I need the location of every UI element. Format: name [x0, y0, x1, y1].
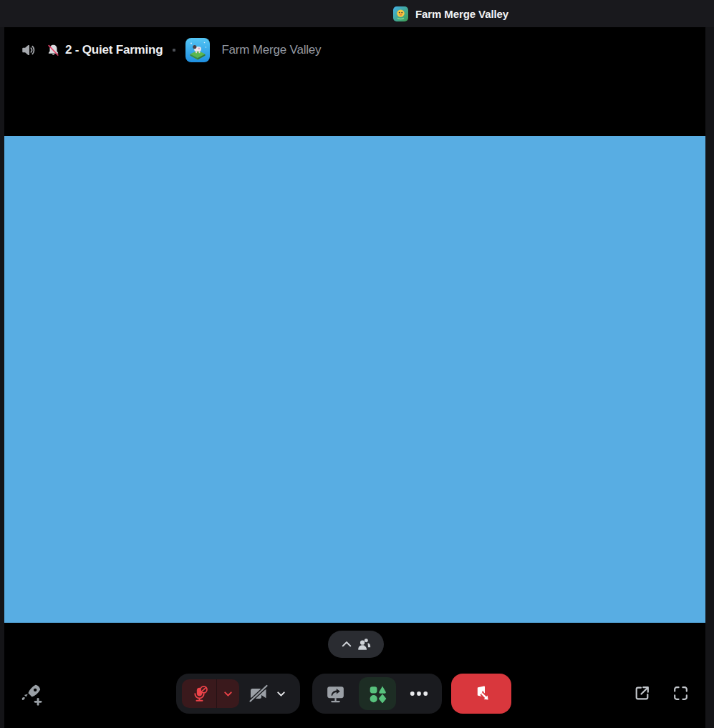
activity-stage: [4, 136, 705, 623]
farm-merge-valley-app-icon: [185, 38, 210, 62]
members-icon: [356, 636, 372, 653]
square-dot-separator: [173, 49, 175, 52]
rocket-plus-icon: [18, 681, 44, 707]
more-options-button[interactable]: [408, 683, 430, 704]
farm-merge-valley-game-icon: [393, 6, 408, 21]
bell-slash-icon: [46, 43, 61, 58]
activity-content-area: 2 - Quiet Farming Farm Merge Valley: [4, 27, 705, 728]
activity-name: Farm Merge Valley: [221, 43, 321, 57]
popout-icon: [632, 684, 652, 703]
discord-activity-window: { "window": { "titlebar": { "icon": "far…: [0, 0, 714, 728]
activities-button[interactable]: [359, 677, 396, 710]
chevron-down-icon: [222, 688, 234, 700]
chevron-down-icon: [275, 688, 287, 700]
speaker-icon: [20, 42, 37, 59]
activities-shapes-icon: [368, 684, 387, 704]
window-title: Farm Merge Valley: [415, 8, 508, 20]
voice-channel-name: 2 - Quiet Farming: [65, 43, 163, 57]
microphone-toggle[interactable]: [182, 679, 217, 708]
fullscreen-icon: [671, 684, 690, 703]
popout-button[interactable]: [632, 684, 652, 703]
leave-call-icon: [471, 683, 492, 704]
microphone-muted-icon: [190, 684, 209, 704]
share-control-group: [312, 674, 442, 714]
screen-share-button[interactable]: [324, 683, 347, 705]
ellipsis-icon: [408, 683, 430, 704]
show-participants-pill[interactable]: [328, 631, 384, 658]
fullscreen-button[interactable]: [671, 684, 690, 703]
disconnect-button[interactable]: [451, 674, 511, 714]
activity-launcher-button[interactable]: [18, 681, 44, 707]
microphone-dropdown[interactable]: [217, 688, 239, 700]
screen-share-icon: [324, 683, 347, 705]
camera-button[interactable]: [241, 684, 294, 703]
chevron-up-icon: [339, 637, 354, 651]
window-titlebar: Farm Merge Valley: [0, 0, 714, 27]
titlebar-title-group: Farm Merge Valley: [393, 0, 508, 27]
microphone-button[interactable]: [182, 679, 239, 708]
audio-video-control-group: [176, 674, 300, 714]
camera-off-icon: [249, 684, 270, 703]
voice-channel-header: 2 - Quiet Farming Farm Merge Valley: [4, 33, 705, 67]
